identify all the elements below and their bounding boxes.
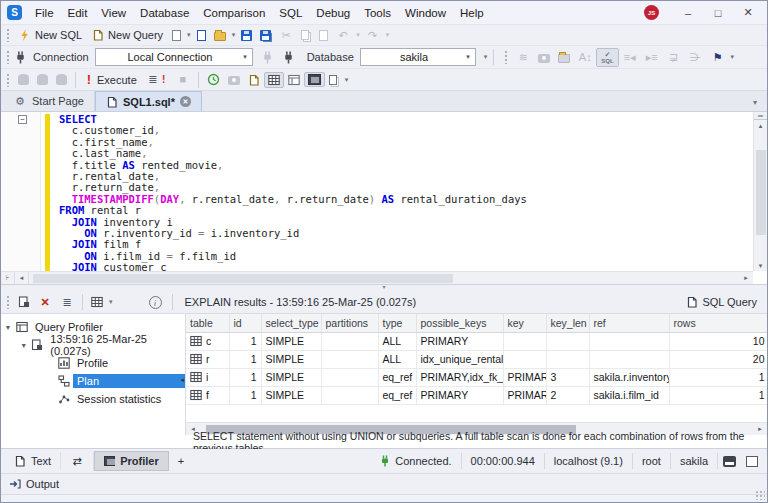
scroll-up-icon[interactable]: ▴ xyxy=(754,120,767,130)
code-line[interactable]: c.customer_id, xyxy=(59,125,751,136)
database-tool-1-button[interactable] xyxy=(14,72,33,87)
editor-vertical-scrollbar[interactable]: ═ ▴ ▾ xyxy=(753,112,767,271)
change-case-button[interactable]: A↕ xyxy=(574,49,596,66)
column-header-type[interactable]: type xyxy=(378,314,416,332)
table-row[interactable]: i1SIMPLEeq_refPRIMARY,idx_fk_film_idPRIM… xyxy=(186,368,767,386)
save-all-button[interactable] xyxy=(256,28,275,43)
new-query-button[interactable]: New Query xyxy=(87,27,168,43)
code-fold-toggle[interactable]: − xyxy=(18,115,27,124)
database-tool-2-button[interactable] xyxy=(33,72,52,87)
execute-script-button[interactable]: ≣! xyxy=(142,71,172,88)
menu-sql[interactable]: SQL xyxy=(272,7,309,19)
undo-caret[interactable]: ▾ xyxy=(354,31,362,39)
toolbar-drag-handle[interactable] xyxy=(6,28,11,42)
clear-sessions-button[interactable]: ≣ xyxy=(56,294,78,311)
tree-session[interactable]: ▼13:59:16 25-Mar-25 (0.027s) xyxy=(1,336,185,354)
toolbar-drag-handle[interactable] xyxy=(504,50,509,64)
close-button[interactable]: ✕ xyxy=(733,4,763,21)
new-document-button[interactable] xyxy=(168,28,185,43)
tree-expand-icon[interactable]: ▼ xyxy=(19,342,28,349)
tree-plan[interactable]: Plan xyxy=(1,372,185,390)
toolbar-drag-handle[interactable] xyxy=(6,295,11,309)
comment-button[interactable]: ≋ xyxy=(512,49,534,66)
dock-bottom-button[interactable] xyxy=(717,453,741,469)
view-options-caret[interactable]: ▾ xyxy=(107,298,115,306)
tab-sql1[interactable]: SQL1.sql* ✕ xyxy=(95,91,202,111)
query-snapshot-button[interactable] xyxy=(224,72,244,87)
save-results-button[interactable] xyxy=(14,294,34,310)
stop-button[interactable]: ■ xyxy=(172,71,194,88)
cut-button[interactable]: ✂ xyxy=(275,27,297,44)
copy-button[interactable] xyxy=(297,28,315,42)
tree-session-statistics[interactable]: Session statistics xyxy=(1,390,185,408)
menu-comparison[interactable]: Comparison xyxy=(196,7,272,19)
execute-overflow-caret[interactable]: ▾ xyxy=(343,76,351,84)
snapshot-button[interactable] xyxy=(534,50,554,65)
execute-button[interactable]: ! Execute xyxy=(80,70,142,89)
menu-view[interactable]: View xyxy=(94,7,133,19)
editor-horizontal-scrollbar[interactable]: ⊦ ◂ ▸ xyxy=(1,271,753,284)
menu-debug[interactable]: Debug xyxy=(309,7,357,19)
split-view-icon[interactable]: ⊦ xyxy=(1,272,15,284)
menu-help[interactable]: Help xyxy=(453,7,491,19)
database-select[interactable]: sakila ▾ xyxy=(360,48,476,66)
minimize-button[interactable]: – xyxy=(673,5,703,21)
paste-button[interactable] xyxy=(315,28,332,43)
export-results-button[interactable] xyxy=(244,72,264,88)
table-row[interactable]: f1SIMPLEeq_refPRIMARYPRIMARY2sakila.i.fi… xyxy=(186,386,767,404)
connection-select[interactable]: Local Connection ▾ xyxy=(95,48,253,66)
tree-splitter-arrow[interactable]: ◂ xyxy=(180,376,184,384)
add-tab-button[interactable]: + xyxy=(169,452,193,470)
column-header-key[interactable]: key xyxy=(503,314,546,332)
pin-results-button[interactable] xyxy=(325,73,343,87)
sql-editor[interactable]: − SELECT c.customer_id, c.first_name, c.… xyxy=(1,112,767,285)
format-overflow-caret[interactable]: ▾ xyxy=(729,53,737,61)
table-row[interactable]: c1SIMPLEALLPRIMARY10 xyxy=(186,332,767,350)
scroll-down-icon[interactable]: ▾ xyxy=(754,262,767,270)
disconnect-icon[interactable] xyxy=(282,51,295,64)
horizontal-scroll-thumb[interactable] xyxy=(33,274,453,283)
open-file-button[interactable] xyxy=(210,28,230,43)
code-line[interactable]: SELECT xyxy=(59,114,751,125)
scroll-right-icon[interactable]: ▸ xyxy=(739,274,753,282)
menu-file[interactable]: File xyxy=(28,7,61,19)
increase-indent-button[interactable]: ▸≡ xyxy=(641,49,663,66)
column-header-rows[interactable]: rows xyxy=(669,314,767,332)
maximize-button[interactable]: □ xyxy=(703,5,733,21)
toolbar-drag-handle[interactable] xyxy=(6,50,11,64)
code-area[interactable]: SELECT c.customer_id, c.first_name, c.la… xyxy=(59,114,751,274)
column-header-partitions[interactable]: partitions xyxy=(321,314,378,332)
code-line[interactable]: r.rental_date, xyxy=(59,171,751,182)
view-options-button[interactable] xyxy=(87,294,107,310)
column-header-select_type[interactable]: select_type xyxy=(261,314,321,332)
user-avatar[interactable]: JS xyxy=(644,5,659,20)
toolbar-drag-handle[interactable] xyxy=(6,73,11,87)
menu-edit[interactable]: Edit xyxy=(61,7,95,19)
code-line[interactable]: ON r.inventory_id = i.inventory_id xyxy=(59,228,751,239)
database-tool-3-button[interactable] xyxy=(52,72,71,87)
column-header-key_len[interactable]: key_len xyxy=(546,314,589,332)
info-icon[interactable]: i xyxy=(149,296,162,309)
full-window-button[interactable] xyxy=(741,453,763,469)
toolbar-overflow-caret[interactable]: ▾ xyxy=(482,53,490,61)
results-view-toggle[interactable] xyxy=(304,72,325,87)
tab-output[interactable]: Output xyxy=(7,476,67,492)
tab-start-page[interactable]: ⚙ Start Page xyxy=(3,91,95,111)
menu-tools[interactable]: Tools xyxy=(357,7,398,19)
tab-text[interactable]: Text xyxy=(5,452,61,470)
decrease-indent-button[interactable]: ≡◂ xyxy=(619,49,641,66)
redo-caret[interactable]: ▾ xyxy=(384,31,392,39)
split-editor-handle[interactable]: ═ xyxy=(754,112,767,120)
menu-database[interactable]: Database xyxy=(133,7,196,19)
query-history-button[interactable] xyxy=(203,71,224,88)
column-header-table[interactable]: table xyxy=(186,314,229,332)
layout-button[interactable] xyxy=(284,72,304,88)
save-button[interactable] xyxy=(237,28,256,43)
column-header-id[interactable]: id xyxy=(229,314,261,332)
code-line[interactable]: f.title AS rented_movie, xyxy=(59,160,751,171)
scroll-left-icon[interactable]: ◂ xyxy=(15,272,29,284)
table-row[interactable]: r1SIMPLEALLidx_unique_rental20 xyxy=(186,350,767,368)
vertical-scroll-thumb[interactable] xyxy=(756,150,766,235)
swap-panels-button[interactable]: ⇄ xyxy=(61,452,94,471)
indent-block-button[interactable]: ⋺ xyxy=(685,49,707,66)
